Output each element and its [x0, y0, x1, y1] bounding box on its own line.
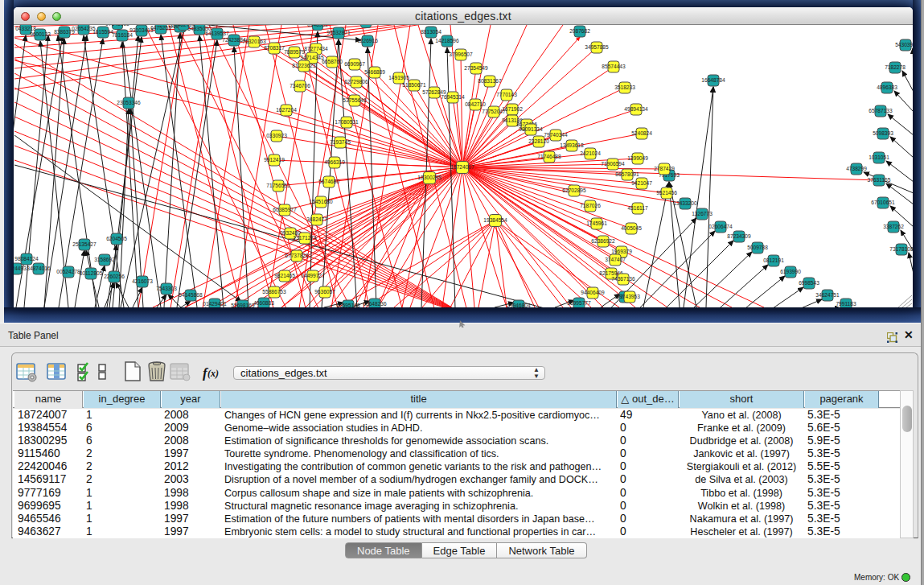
svg-text:8148932: 8148932 — [307, 25, 328, 27]
svg-text:76320163: 76320163 — [242, 39, 266, 44]
svg-text:14218596: 14218596 — [435, 38, 459, 43]
svg-text:34957885: 34957885 — [585, 44, 609, 50]
svg-text:80112805: 80112805 — [80, 270, 103, 276]
svg-text:6690967: 6690967 — [344, 61, 365, 67]
svg-text:4060883: 4060883 — [253, 300, 274, 306]
svg-text:3482477: 3482477 — [306, 216, 327, 222]
svg-text:9912419: 9912419 — [264, 157, 285, 163]
svg-text:04499727: 04499727 — [301, 273, 325, 278]
svg-text:3747407: 3747407 — [605, 257, 626, 262]
svg-text:6658760: 6658760 — [322, 59, 343, 64]
svg-text:71756551: 71756551 — [266, 183, 290, 188]
svg-text:96532871: 96532871 — [326, 30, 351, 35]
svg-text:36995777: 36995777 — [567, 300, 591, 306]
svg-text:7889579: 7889579 — [284, 49, 305, 55]
svg-text:27354549: 27354549 — [464, 65, 488, 71]
svg-text:76945314: 76945314 — [441, 94, 465, 100]
svg-text:9821465: 9821465 — [274, 273, 295, 278]
svg-text:5009788: 5009788 — [747, 245, 768, 250]
svg-text:13493618: 13493618 — [560, 142, 584, 148]
svg-text:62702895: 62702895 — [562, 187, 586, 193]
svg-text:2328120: 2328120 — [528, 138, 549, 144]
svg-text:74367136: 74367136 — [611, 276, 635, 282]
svg-text:86578091: 86578091 — [615, 171, 639, 177]
svg-text:54145868: 54145868 — [179, 292, 203, 298]
svg-text:9743953: 9743953 — [619, 294, 640, 299]
svg-text:19384554: 19384554 — [483, 217, 507, 223]
svg-text:71906594: 71906594 — [601, 161, 625, 167]
svg-text:6204505: 6204505 — [106, 236, 127, 241]
svg-text:55886753: 55886753 — [262, 289, 286, 295]
svg-text:85574443: 85574443 — [602, 64, 626, 69]
svg-text:80831367: 80831367 — [478, 78, 502, 84]
svg-text:4896383: 4896383 — [877, 84, 897, 90]
svg-text:4966319: 4966319 — [324, 159, 345, 165]
svg-text:02606474: 02606474 — [708, 224, 733, 229]
svg-text:9521456: 9521456 — [656, 190, 677, 196]
svg-text:64139537: 64139537 — [205, 31, 229, 36]
svg-text:94406409: 94406409 — [581, 290, 605, 295]
svg-text:1226916: 1226916 — [357, 38, 378, 43]
svg-text:7543303: 7543303 — [156, 286, 177, 291]
svg-text:51850671: 51850671 — [402, 82, 426, 88]
svg-text:99091334: 99091334 — [519, 126, 543, 132]
svg-text:0330923: 0330923 — [266, 133, 287, 138]
svg-text:0433218: 0433218 — [15, 26, 36, 31]
svg-text:81223623: 81223623 — [292, 63, 316, 68]
svg-text:34714345: 34714345 — [300, 55, 324, 60]
svg-text:60385977: 60385977 — [273, 207, 297, 212]
svg-text:87277434: 87277434 — [304, 46, 328, 51]
svg-text:5098393: 5098393 — [873, 130, 893, 136]
svg-text:7346706: 7346706 — [290, 83, 310, 89]
svg-text:34624751: 34624751 — [815, 292, 840, 298]
svg-text:1824493: 1824493 — [14, 266, 27, 271]
svg-text:53755646: 53755646 — [343, 97, 367, 103]
svg-text:9421047: 9421047 — [631, 180, 652, 186]
svg-text:1326773: 1326773 — [692, 211, 713, 216]
svg-text:71746488: 71746488 — [537, 154, 561, 159]
svg-text:98084124: 98084124 — [14, 256, 39, 262]
svg-text:18300295: 18300295 — [417, 175, 441, 180]
svg-text:1745961: 1745961 — [586, 220, 607, 226]
svg-text:1031051: 1031051 — [869, 154, 889, 160]
svg-text:7182278: 7182278 — [885, 64, 906, 70]
svg-text:0812191: 0812191 — [763, 257, 784, 263]
svg-text:7193745: 7193745 — [330, 139, 351, 145]
svg-text:8813054: 8813054 — [421, 29, 441, 35]
svg-text:6475255: 6475255 — [150, 25, 171, 31]
svg-text:1399049: 1399049 — [627, 155, 648, 161]
svg-text:7770143: 7770143 — [496, 92, 517, 97]
svg-text:5466889: 5466889 — [364, 69, 385, 75]
svg-text:5240824: 5240824 — [631, 130, 652, 136]
svg-text:13171274: 13171274 — [293, 235, 317, 241]
svg-text:65787133: 65787133 — [869, 108, 893, 113]
svg-text:5674680: 5674680 — [318, 179, 339, 184]
svg-text:17080531: 17080531 — [335, 119, 359, 125]
svg-text:01429401: 01429401 — [203, 301, 227, 307]
svg-text:9636057: 9636057 — [314, 289, 335, 295]
svg-text:1627204: 1627204 — [276, 107, 297, 113]
svg-text:62729806: 62729806 — [344, 79, 368, 84]
svg-text:15451680: 15451680 — [309, 199, 333, 204]
svg-text:2087682: 2087682 — [569, 28, 590, 34]
svg-text:13433200: 13433200 — [673, 200, 697, 206]
svg-text:4216073: 4216073 — [132, 278, 153, 284]
svg-text:2260256: 2260256 — [104, 274, 125, 279]
svg-text:97848018: 97848018 — [105, 25, 129, 27]
svg-text:4738299: 4738299 — [846, 166, 867, 171]
svg-text:6998543: 6998543 — [799, 280, 819, 286]
svg-text:37631165: 37631165 — [868, 177, 891, 183]
svg-text:1671902: 1671902 — [502, 106, 523, 112]
svg-text:1969379: 1969379 — [611, 249, 632, 254]
svg-text:73178108: 73178108 — [889, 246, 913, 252]
svg-text:2421024: 2421024 — [580, 150, 601, 156]
svg-text:67010651: 67010651 — [871, 200, 895, 205]
svg-text:0842710: 0842710 — [465, 101, 486, 107]
svg-text:23053346: 23053346 — [117, 100, 141, 105]
svg-text:3387262: 3387262 — [883, 224, 904, 229]
svg-text:1615594: 1615594 — [92, 29, 113, 35]
svg-text:49894134: 49894134 — [624, 106, 648, 112]
svg-text:34874016: 34874016 — [27, 266, 51, 271]
svg-text:37996507: 37996507 — [449, 51, 473, 57]
svg-text:8708317: 8708317 — [264, 45, 285, 51]
